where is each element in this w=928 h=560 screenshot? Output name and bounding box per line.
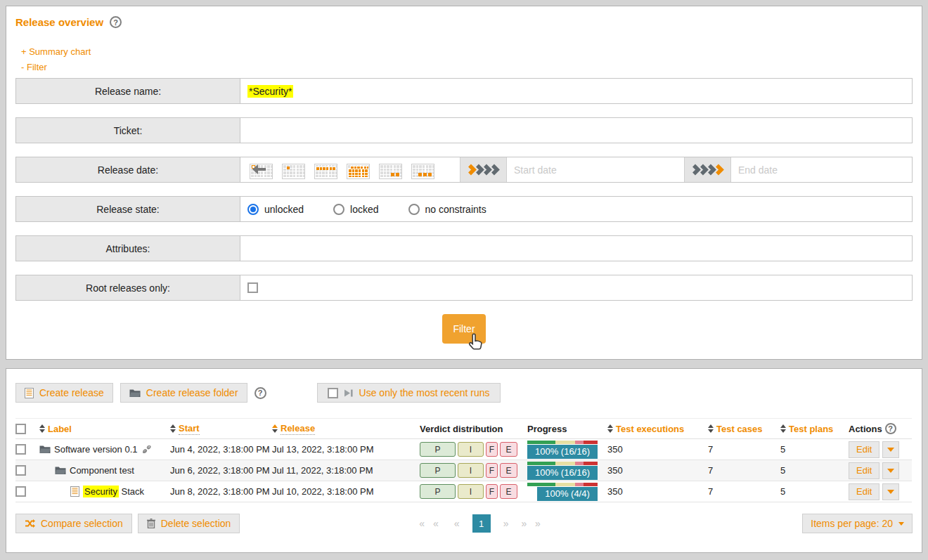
verdict-error-button[interactable]: E	[500, 463, 517, 478]
end-date-apply-button[interactable]	[685, 157, 731, 182]
release-table: Label Start Release Verdict distribution…	[15, 418, 912, 502]
pagination-next-button[interactable]: »	[503, 518, 509, 529]
edit-button[interactable]: Edit	[849, 441, 879, 458]
radio-unlocked-icon[interactable]	[247, 204, 259, 215]
edit-dropdown-button[interactable]	[882, 441, 899, 458]
sort-icon[interactable]	[39, 424, 45, 433]
pagination-prev-button[interactable]: «	[454, 518, 460, 529]
radio-unlocked[interactable]: unlocked	[247, 204, 304, 215]
start-date-apply-button[interactable]	[460, 157, 507, 182]
document-icon	[25, 388, 34, 398]
ticket-input[interactable]	[240, 118, 912, 143]
create-release-folder-button[interactable]: Create release folder	[120, 383, 247, 403]
chevrons-right-start-icon	[468, 164, 500, 176]
release-link[interactable]: Component test	[70, 465, 134, 476]
create-release-folder-label: Create release folder	[146, 387, 238, 398]
column-header-release[interactable]: Release	[272, 423, 420, 435]
skip-to-end-icon	[344, 389, 354, 398]
items-per-page-button[interactable]: Items per page: 20	[802, 514, 913, 533]
pagination: « « « 1 » » »	[419, 514, 543, 533]
pagination-first-button[interactable]: « «	[419, 518, 441, 529]
pagination-current-page[interactable]: 1	[472, 514, 491, 533]
column-header-executions[interactable]: Test executions	[607, 424, 708, 434]
release-table-panel: Create release Create release folder ? U…	[6, 368, 922, 553]
row-checkbox[interactable]	[15, 444, 26, 455]
verdict-passed-button[interactable]: P	[420, 442, 456, 457]
toolbar-help-icon[interactable]: ?	[254, 387, 266, 399]
summary-chart-toggle[interactable]: + Summary chart	[21, 46, 91, 57]
calendar-back-icon[interactable]	[250, 161, 273, 179]
verdict-distribution-cell: P I F E	[420, 442, 527, 457]
verdict-passed-button[interactable]: P	[420, 463, 456, 478]
verdict-inconclusive-button[interactable]: I	[458, 442, 484, 457]
edit-button[interactable]: Edit	[849, 462, 879, 479]
column-header-start[interactable]: Start	[170, 423, 272, 435]
sort-icon[interactable]	[607, 424, 613, 433]
release-name-label: Release name:	[16, 79, 240, 103]
table-row: Security Stack Jun 8, 2022, 3:18:00 PM J…	[15, 481, 912, 502]
verdict-inconclusive-button[interactable]: I	[458, 484, 484, 499]
executions-cell: 350	[607, 444, 708, 455]
filter-toggle[interactable]: - Filter	[21, 62, 47, 72]
filter-row-release-name: Release name: *Security*	[15, 78, 913, 104]
row-checkbox[interactable]	[15, 486, 26, 497]
column-header-cases[interactable]: Test cases	[708, 424, 780, 434]
pagination-last-button[interactable]: » »	[521, 518, 543, 529]
compare-selection-button[interactable]: Compare selection	[15, 514, 132, 533]
radio-no-constraints-icon[interactable]	[408, 204, 420, 215]
filter-row-root-releases: Root releases only:	[15, 275, 913, 301]
verdict-error-button[interactable]: E	[500, 484, 517, 499]
sort-icon[interactable]	[780, 424, 786, 433]
help-icon[interactable]: ?	[110, 16, 122, 28]
release-link[interactable]: Software version 0.1	[54, 444, 138, 455]
start-date-input[interactable]	[507, 157, 684, 182]
verdict-passed-button[interactable]: P	[420, 484, 456, 499]
calendar-day-icon[interactable]	[282, 161, 305, 179]
delete-selection-button[interactable]: Delete selection	[138, 514, 240, 533]
select-all-checkbox[interactable]	[15, 424, 26, 434]
radio-no-constraints[interactable]: no constraints	[408, 204, 486, 215]
release-name-field[interactable]: *Security*	[240, 79, 912, 103]
column-header-label[interactable]: Label	[39, 424, 72, 434]
use-recent-runs-checkbox[interactable]	[328, 388, 338, 398]
verdict-distribution-cell: P I F E	[420, 484, 527, 499]
chevron-down-icon	[887, 448, 894, 452]
create-release-button[interactable]: Create release	[15, 383, 113, 403]
verdict-distribution-cell: P I F E	[420, 463, 527, 478]
release-link[interactable]: Security Stack	[83, 486, 144, 497]
use-recent-runs-label: Use only the most recent runs	[359, 387, 490, 398]
edit-dropdown-button[interactable]	[882, 462, 899, 479]
page-title: Release overview	[15, 16, 103, 28]
trash-icon	[147, 519, 155, 528]
edit-button[interactable]: Edit	[849, 483, 879, 500]
row-checkbox[interactable]	[15, 465, 26, 476]
calendar-half-year-icon[interactable]	[411, 161, 434, 179]
verdict-failed-button[interactable]: F	[486, 484, 498, 499]
verdict-failed-button[interactable]: F	[486, 463, 498, 478]
end-date-input[interactable]	[731, 157, 912, 182]
edit-dropdown-button[interactable]	[882, 483, 899, 500]
date-shortcut-strip	[240, 157, 460, 182]
release-date-cell: Jul 11, 2022, 3:18:00 PM	[272, 465, 420, 476]
verdict-error-button[interactable]: E	[500, 442, 517, 457]
start-date-cell: Jun 6, 2022, 3:18:00 PM	[170, 465, 272, 476]
calendar-month-icon[interactable]	[347, 161, 370, 179]
compare-icon	[25, 519, 35, 528]
progress-cell: 100% (16/16)	[527, 462, 598, 480]
use-recent-runs-button[interactable]: Use only the most recent runs	[317, 383, 501, 403]
link-icon	[143, 445, 151, 454]
sort-icon-active[interactable]	[272, 424, 278, 433]
root-releases-checkbox[interactable]	[247, 282, 258, 293]
sort-icon[interactable]	[170, 424, 176, 433]
filter-row-release-date: Release date:	[15, 157, 913, 183]
verdict-inconclusive-button[interactable]: I	[458, 463, 484, 478]
attributes-input[interactable]	[240, 236, 912, 261]
calendar-week-icon[interactable]	[314, 161, 337, 179]
radio-locked[interactable]: locked	[333, 204, 378, 215]
column-header-plans[interactable]: Test plans	[780, 424, 849, 434]
verdict-failed-button[interactable]: F	[486, 442, 498, 457]
actions-help-icon[interactable]: ?	[885, 423, 896, 434]
radio-locked-icon[interactable]	[333, 204, 344, 215]
calendar-quarter-icon[interactable]	[379, 161, 402, 179]
sort-icon[interactable]	[708, 424, 714, 433]
